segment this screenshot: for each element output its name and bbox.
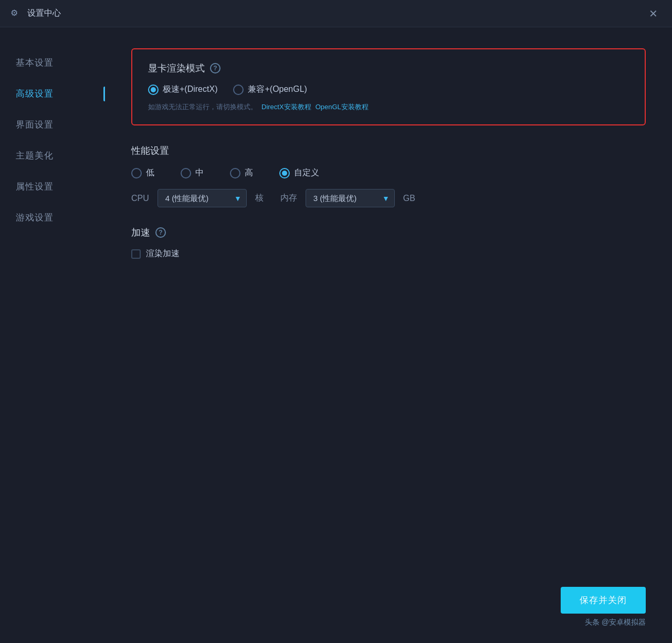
- perf-custom-option[interactable]: 自定义: [279, 167, 319, 178]
- title-bar-left: ⚙ 设置中心: [10, 8, 61, 19]
- accel-help-icon[interactable]: ?: [155, 227, 166, 238]
- perf-low-option[interactable]: 低: [131, 167, 154, 178]
- cpu-unit-label: 核: [255, 193, 264, 204]
- directx-tutorial-link[interactable]: DirectX安装教程: [261, 102, 311, 112]
- footer: 保存并关闭 头条 @安卓模拟器: [105, 576, 672, 643]
- sidebar-item-basic[interactable]: 基本设置: [0, 48, 105, 77]
- perf-mid-option[interactable]: 中: [181, 167, 204, 178]
- perf-high-option[interactable]: 高: [230, 167, 253, 178]
- sidebar-item-ui[interactable]: 界面设置: [0, 110, 105, 139]
- perf-title: 性能设置: [131, 144, 646, 157]
- mem-unit-label: GB: [403, 194, 415, 203]
- gpu-hint-row: 如游戏无法正常运行，请切换模式。 DirectX安装教程 OpenGL安装教程: [148, 102, 629, 112]
- opengl-tutorial-link[interactable]: OpenGL安装教程: [316, 102, 369, 112]
- sidebar-item-game[interactable]: 游戏设置: [0, 203, 105, 232]
- directx-option[interactable]: 极速+(DirectX): [148, 84, 217, 95]
- sidebar-item-advanced[interactable]: 高级设置: [0, 79, 105, 108]
- gpu-help-icon[interactable]: ?: [210, 63, 220, 73]
- opengl-option[interactable]: 兼容+(OpenGL): [233, 84, 307, 95]
- perf-mid-radio[interactable]: [181, 168, 191, 178]
- watermark: 头条 @安卓模拟器: [585, 618, 646, 627]
- accel-title: 加速 ?: [131, 226, 646, 239]
- directx-radio[interactable]: [148, 85, 159, 95]
- mem-label: 内存: [280, 193, 297, 204]
- perf-radio-row: 低 中 高 自定义: [131, 167, 646, 178]
- sidebar-item-props[interactable]: 属性设置: [0, 172, 105, 201]
- close-button[interactable]: ✕: [645, 5, 662, 22]
- perf-controls-row: CPU 4 (性能最优) 2 3 6 8 ▼ 核 内存 3 (性能最优): [131, 189, 646, 207]
- main-layout: 基本设置 高级设置 界面设置 主题美化 属性设置 游戏设置 显卡渲染模式 ?: [0, 27, 672, 643]
- gpu-render-section: 显卡渲染模式 ? 极速+(DirectX) 兼容+(OpenGL) 如游戏无法正…: [131, 48, 646, 125]
- opengl-radio[interactable]: [233, 85, 244, 95]
- accel-section: 加速 ? 渲染加速: [131, 226, 646, 259]
- render-accel-option[interactable]: 渲染加速: [131, 248, 646, 259]
- sidebar: 基本设置 高级设置 界面设置 主题美化 属性设置 游戏设置: [0, 27, 105, 643]
- perf-section: 性能设置 低 中 高 自定义: [131, 144, 646, 207]
- mem-dropdown[interactable]: 3 (性能最优) 1 2 4 6: [306, 189, 395, 207]
- save-close-button[interactable]: 保存并关闭: [561, 587, 646, 614]
- mem-dropdown-wrap: 3 (性能最优) 1 2 4 6 ▼: [306, 189, 395, 207]
- perf-custom-radio[interactable]: [279, 168, 290, 178]
- gpu-section-title: 显卡渲染模式 ?: [148, 62, 629, 75]
- gpu-radio-group: 极速+(DirectX) 兼容+(OpenGL): [148, 84, 629, 95]
- cpu-label: CPU: [131, 194, 149, 203]
- settings-icon: ⚙: [10, 8, 22, 19]
- title-bar: ⚙ 设置中心 ✕: [0, 0, 672, 27]
- render-accel-checkbox[interactable]: [131, 249, 141, 259]
- cpu-dropdown[interactable]: 4 (性能最优) 2 3 6 8: [158, 189, 247, 207]
- perf-high-radio[interactable]: [230, 168, 240, 178]
- perf-low-radio[interactable]: [131, 168, 142, 178]
- window-title: 设置中心: [27, 8, 61, 19]
- content-area: 显卡渲染模式 ? 极速+(DirectX) 兼容+(OpenGL) 如游戏无法正…: [105, 27, 672, 643]
- cpu-dropdown-wrap: 4 (性能最优) 2 3 6 8 ▼: [158, 189, 247, 207]
- sidebar-item-theme[interactable]: 主题美化: [0, 141, 105, 170]
